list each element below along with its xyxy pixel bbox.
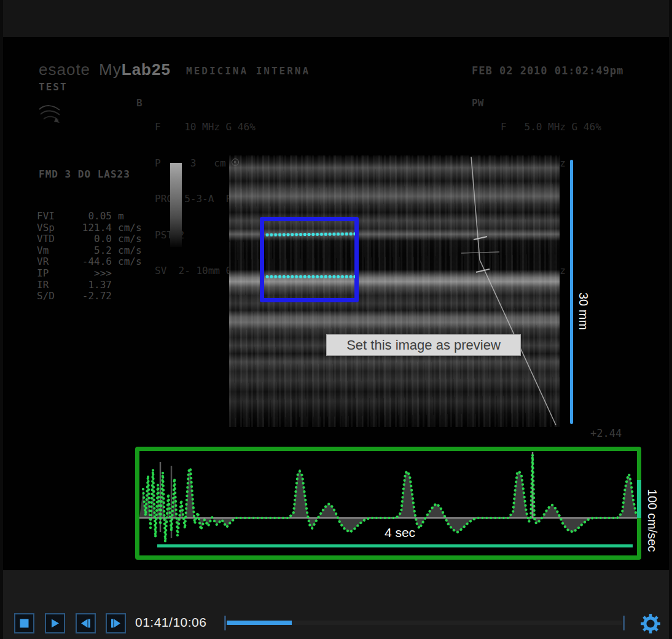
- seek-end-cap: [623, 616, 625, 630]
- measurement-row: S/D-2.72: [37, 291, 142, 302]
- measurement-panel: FVI0.05m VSp121.4cm/s VTD0.0cm/s Vm5.2cm…: [37, 211, 142, 302]
- step-forward-button[interactable]: [106, 613, 126, 633]
- model-suffix: Lab25: [122, 60, 171, 79]
- gear-icon: [640, 613, 661, 634]
- measurement-row: VTD0.0cm/s: [37, 233, 142, 245]
- pw-param-row: F 5.0 MHz G 46%: [501, 121, 601, 133]
- top-bar: [3, 0, 669, 37]
- velocity-scale-label: 100 cm/sec: [645, 464, 659, 578]
- seek-track: [227, 621, 622, 625]
- pw-mode-label: PW: [472, 97, 483, 109]
- measurement-row: VSp121.4cm/s: [37, 222, 142, 234]
- depth-scale-line: [570, 160, 573, 424]
- measurement-row: VR-44.6cm/s: [37, 256, 142, 268]
- player-bar: 01:41/10:06: [3, 570, 669, 639]
- measurement-row: FVI0.05m: [37, 211, 142, 222]
- depth-scale-label: 30 mm: [576, 269, 590, 355]
- exam-datetime: FEB 02 2010 01:02:49pm: [472, 65, 623, 77]
- vendor-name: esaote: [39, 60, 90, 79]
- seek-fill: [227, 621, 292, 625]
- doppler-scale-max: +2.44: [590, 427, 622, 439]
- ultrasound-clip-viewer: esaoteMyLab25 MEDICINA INTERNA TEST FEB …: [0, 0, 672, 639]
- seek-start-cap: [224, 616, 226, 630]
- stop-icon: [18, 617, 30, 629]
- department-label: MEDICINA INTERNA: [186, 65, 310, 77]
- model-prefix: My: [99, 60, 122, 79]
- settings-button[interactable]: [640, 613, 661, 634]
- time-scale-label: 4 sec: [375, 525, 424, 540]
- set-preview-button[interactable]: Set this image as preview: [326, 334, 521, 356]
- study-label: FMD 3 DO LAS23: [39, 168, 130, 180]
- velocity-scale-line: [637, 480, 641, 518]
- stop-button[interactable]: [14, 613, 34, 633]
- seek-bar[interactable]: [224, 616, 625, 630]
- patient-id: TEST: [39, 81, 68, 93]
- play-icon: [49, 617, 61, 629]
- step-back-button[interactable]: [76, 613, 96, 633]
- step-forward-icon: [110, 617, 122, 629]
- measurement-row: IR1.37: [37, 280, 142, 291]
- vendor-logo: esaoteMyLab25: [39, 60, 171, 79]
- play-button[interactable]: [45, 613, 65, 633]
- imt-trace-bottom: [265, 275, 355, 279]
- measurement-row: Vm5.2cm/s: [37, 245, 142, 257]
- b-mode-label: B: [136, 97, 143, 109]
- grayscale-bar: [170, 163, 182, 247]
- b-param-row: F 10 MHz G 46%: [155, 121, 261, 133]
- doppler-strip-box: [135, 447, 641, 560]
- time-scale-line: [157, 544, 633, 547]
- measurement-row: IP>>>: [37, 268, 142, 280]
- probe-icon: [37, 102, 62, 125]
- time-display: 01:41/10:06: [135, 615, 206, 630]
- roi-box: [260, 217, 359, 302]
- step-back-icon: [80, 617, 92, 629]
- video-frame: esaoteMyLab25 MEDICINA INTERNA TEST FEB …: [3, 37, 669, 570]
